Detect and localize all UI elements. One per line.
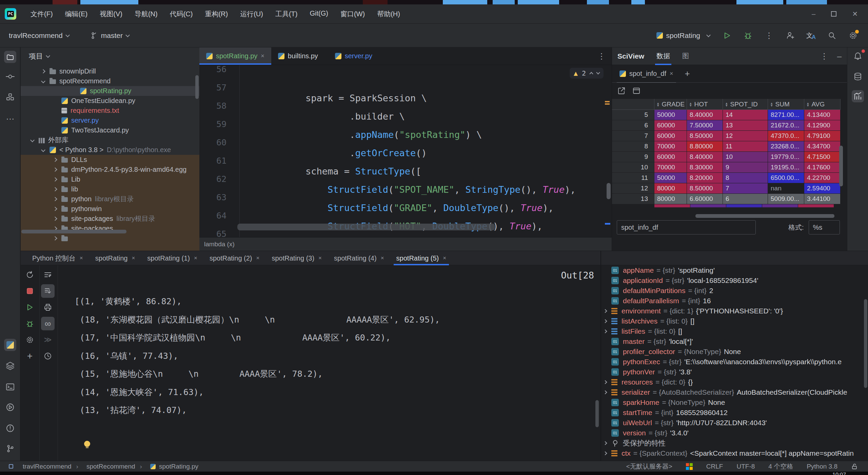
editor-scrollbar[interactable] bbox=[607, 183, 611, 199]
table-cell[interactable]: 10 bbox=[723, 152, 768, 162]
vcs-branch-widget[interactable]: master bbox=[90, 32, 131, 40]
variable-row[interactable]: defaultParallelism = {int} 16 bbox=[601, 296, 868, 306]
table-cell[interactable]: 23268.0... bbox=[768, 141, 804, 152]
rerun-button[interactable] bbox=[23, 268, 37, 282]
tree-row[interactable]: spotRecommend bbox=[21, 76, 199, 86]
table-cell[interactable]: 8.50000 bbox=[687, 183, 723, 194]
interpreter-widget[interactable]: Python 3.8 bbox=[807, 463, 837, 470]
close-icon[interactable]: × bbox=[443, 255, 446, 262]
structure-tool-button[interactable] bbox=[4, 91, 16, 103]
run-configuration-selector[interactable]: spotRating bbox=[656, 32, 712, 40]
packages-tool-button[interactable] bbox=[4, 360, 16, 372]
table-hscrollbar[interactable] bbox=[695, 214, 834, 218]
tree-row[interactable]: Lib bbox=[21, 174, 199, 184]
column-header[interactable]: ▴▾AVG bbox=[804, 99, 841, 110]
console-tab[interactable]: spotRating × bbox=[89, 251, 141, 265]
services-tool-button[interactable] bbox=[4, 401, 16, 413]
chevron-icon[interactable] bbox=[30, 138, 35, 142]
console-output[interactable]: Out[28 [(1, '黄鹤楼', 86.82), (18, '东湖樱花园（武… bbox=[58, 265, 600, 461]
debug-button[interactable] bbox=[742, 29, 754, 42]
table-cell[interactable]: 4.79100 bbox=[804, 131, 841, 141]
minimize-button[interactable]: – bbox=[812, 10, 815, 18]
table-row[interactable]: 13 800006.6000065009.00...3.44100 bbox=[612, 194, 841, 204]
table-cell[interactable]: 9 bbox=[723, 162, 768, 173]
chevron-icon[interactable] bbox=[603, 319, 607, 323]
chevron-icon[interactable] bbox=[53, 177, 57, 182]
table-cell[interactable]: 80000 bbox=[654, 183, 687, 194]
table-cell[interactable]: 8.20000 bbox=[687, 173, 723, 183]
scroll-to-end-icon[interactable] bbox=[41, 284, 55, 298]
commit-tool-button[interactable] bbox=[4, 70, 16, 83]
editor-tab[interactable]: server.py bbox=[328, 47, 382, 65]
windows-defender-icon[interactable] bbox=[686, 463, 693, 470]
new-console-button[interactable]: + bbox=[23, 349, 37, 363]
settings-gear-button[interactable] bbox=[847, 29, 859, 42]
breadcrumb[interactable]: lambda (x) bbox=[204, 241, 235, 248]
table-cell[interactable]: 3.44100 bbox=[804, 194, 841, 204]
forward-icon[interactable]: ≫ bbox=[41, 333, 55, 347]
variable-row[interactable]: startTime = {int} 1685529860412 bbox=[601, 408, 868, 418]
show-variables-icon[interactable]: ∞ bbox=[41, 317, 55, 330]
project-switcher[interactable]: travlRecommend bbox=[9, 32, 71, 40]
variable-row[interactable]: pythonExec = {str} 'E:\\software\\anacon… bbox=[601, 357, 868, 367]
variable-row[interactable]: 受保护的特性 bbox=[601, 438, 868, 448]
close-icon[interactable]: × bbox=[670, 70, 673, 77]
editor-hscrollbar[interactable] bbox=[237, 224, 495, 230]
dataframe-name-input[interactable] bbox=[617, 220, 756, 234]
more-actions-button[interactable]: ⋮ bbox=[763, 29, 775, 42]
table-row[interactable]: 5 500008.40000148271.00...4.13400 bbox=[612, 110, 841, 120]
variable-row[interactable]: profiler_collector = {NoneType} None bbox=[601, 347, 868, 357]
console-tab[interactable]: Python 控制台 × bbox=[26, 251, 89, 265]
console-tab[interactable]: spotRating (4) × bbox=[328, 251, 390, 265]
table-cell[interactable]: 4.13400 bbox=[804, 110, 841, 120]
table-cell[interactable]: 12 bbox=[723, 131, 768, 141]
table-cell[interactable]: 11 bbox=[723, 141, 768, 152]
console-scrollbar[interactable] bbox=[595, 400, 599, 427]
table-cell[interactable]: 14 bbox=[723, 110, 768, 120]
chevron-icon[interactable] bbox=[53, 236, 57, 241]
variable-row[interactable]: applicationId = {str} 'local-16855298619… bbox=[601, 275, 868, 286]
variable-row[interactable]: serializer = {AutoBatchedSerializer} Aut… bbox=[601, 387, 868, 397]
notifications-bell-icon[interactable] bbox=[852, 50, 864, 62]
execute-button[interactable] bbox=[23, 301, 37, 314]
add-tab-button[interactable]: + bbox=[685, 68, 690, 79]
menu-item[interactable]: 重构(R) bbox=[200, 7, 233, 21]
table-scrollbar[interactable] bbox=[839, 146, 843, 186]
variables-scrollbar[interactable] bbox=[864, 299, 867, 388]
terminal-tool-button[interactable] bbox=[4, 381, 16, 393]
tree-row[interactable]: < Python 3.8 > D:\python\python.exe bbox=[21, 145, 199, 155]
table-cell[interactable]: 80000 bbox=[654, 194, 687, 204]
table-cell[interactable]: 19779.0... bbox=[768, 152, 804, 162]
menu-item[interactable]: Git(G) bbox=[305, 7, 333, 21]
table-cell[interactable]: 50000 bbox=[654, 173, 687, 183]
table-cell[interactable]: 8 bbox=[723, 173, 768, 183]
table-row[interactable]: 6 600007.500001321672.0...4.12900 bbox=[612, 120, 841, 131]
breadcrumb[interactable]: spotRecommend bbox=[76, 463, 135, 470]
table-row[interactable]: 10 700008.30000919195.0...4.17600 bbox=[612, 162, 841, 173]
tree-row[interactable]: TwoTestJaccard.py bbox=[21, 125, 199, 135]
variable-row[interactable]: version = {str} '3.4.0' bbox=[601, 428, 868, 438]
table-cell[interactable]: 7 bbox=[723, 183, 768, 194]
project-tree-hscrollbar[interactable] bbox=[21, 230, 126, 233]
tree-row[interactable]: snownlpDrill bbox=[21, 66, 199, 76]
menu-item[interactable]: 窗口(W) bbox=[336, 7, 370, 21]
menu-item[interactable]: 帮助(H) bbox=[372, 7, 405, 21]
table-cell[interactable]: 19195.0... bbox=[768, 162, 804, 173]
table-cell[interactable]: 4.34700 bbox=[804, 141, 841, 152]
format-input[interactable] bbox=[809, 220, 840, 234]
attach-debugger-button[interactable] bbox=[23, 317, 37, 330]
encoding-widget[interactable]: UTF-8 bbox=[736, 463, 755, 470]
inspections-widget[interactable]: ▲ 2 bbox=[570, 68, 604, 79]
breadcrumb[interactable]: spotRating.py bbox=[140, 463, 199, 470]
prev-problem-icon[interactable] bbox=[589, 72, 593, 76]
dataframe-tab[interactable]: spot_info_df × bbox=[617, 65, 676, 83]
table-cell[interactable]: 6 bbox=[723, 194, 768, 204]
line-ending-widget[interactable]: CRLF bbox=[706, 463, 723, 470]
sciview-options-icon[interactable]: ⋮ bbox=[820, 51, 828, 61]
console-tab[interactable]: spotRating (3) × bbox=[265, 251, 328, 265]
close-button[interactable]: ✕ bbox=[852, 10, 858, 18]
database-tool-button[interactable] bbox=[852, 70, 864, 83]
run-button[interactable] bbox=[721, 29, 733, 42]
table-cell[interactable]: 6500.00... bbox=[768, 173, 804, 183]
chevron-icon[interactable] bbox=[53, 158, 57, 162]
